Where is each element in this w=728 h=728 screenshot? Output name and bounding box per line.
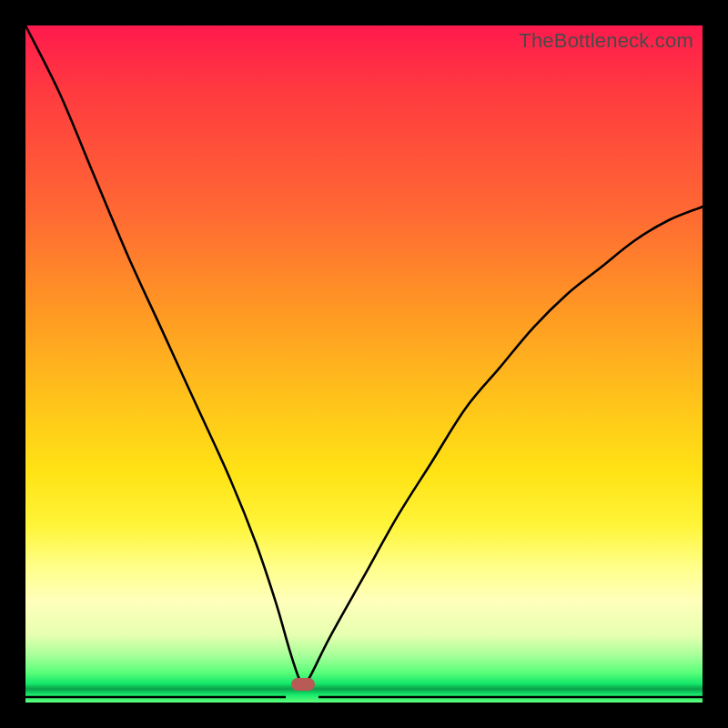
chart-plot-area: TheBottleneck.com [25, 25, 703, 703]
chart-frame: TheBottleneck.com [0, 0, 728, 728]
bottleneck-curve [25, 25, 703, 703]
curve-path [25, 25, 703, 684]
optimum-marker [291, 678, 315, 691]
